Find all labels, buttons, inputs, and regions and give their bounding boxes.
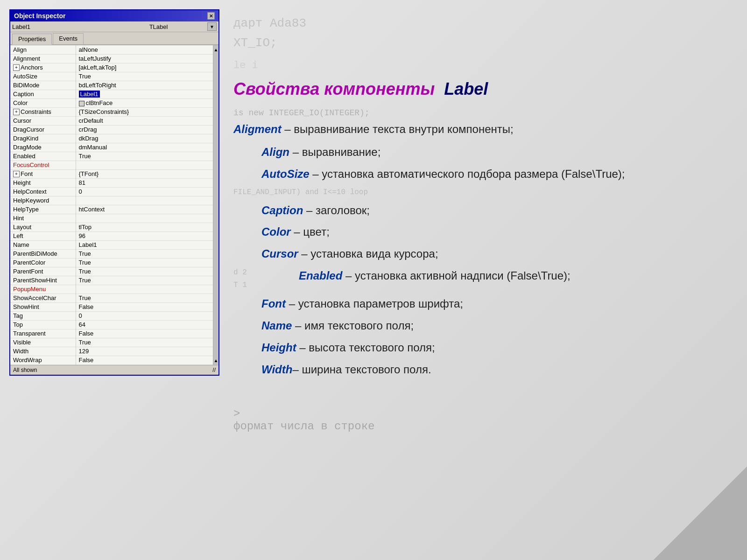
property-value: True [76,72,213,81]
table-row[interactable]: AlignalNone [10,45,213,54]
table-row[interactable]: CaptionLabel1 [10,90,213,98]
property-value: htContext [76,205,213,214]
property-name: ShowHint [10,302,76,311]
prop-name: Name [261,319,292,332]
table-row[interactable]: Height81 [10,178,213,187]
table-row[interactable]: ParentFontTrue [10,267,213,276]
property-value: True [76,338,213,347]
property-value: crDrag [76,125,213,134]
property-name: Width [10,347,76,356]
table-row[interactable]: DragKinddkDrag [10,134,213,143]
property-value: alNone [76,45,213,54]
property-name: Align [10,45,76,54]
property-name: HelpKeyword [10,196,76,205]
table-row[interactable]: +Constraints{TSizeConstraints} [10,107,213,116]
property-name: HelpType [10,205,76,214]
prop-align: Align [261,146,289,158]
table-row[interactable]: Hint [10,214,213,223]
table-row[interactable]: DragCursorcrDrag [10,125,213,134]
property-value [76,196,213,205]
table-row[interactable]: TransparentFalse [10,329,213,338]
prop-color: Color [261,225,291,238]
tab-properties[interactable]: Properties [12,34,52,45]
property-name: BiDiMode [10,81,76,90]
property-value: bdLeftToRight [76,81,213,90]
table-row[interactable]: HelpTypehtContext [10,205,213,214]
property-name: Color [10,98,76,107]
table-row[interactable]: BiDiModebdLeftToRight [10,81,213,90]
code-decoration-3: d 2T 1 [233,266,271,292]
table-row[interactable]: ShowHintFalse [10,302,213,311]
property-value: Label1 [76,240,213,249]
table-row[interactable]: ParentShowHintTrue [10,276,213,285]
title-text-part1: Свойства компоненты [233,79,435,98]
table-row[interactable]: LayouttlTop [10,223,213,231]
code-decoration-1: is new INTEGER_IO(INTEGER); [233,108,728,118]
property-value [76,161,213,169]
table-row[interactable]: ParentColorTrue [10,258,213,267]
property-name: ParentShowHint [10,276,76,285]
table-row[interactable]: +Anchors[akLeft,akTop] [10,63,213,72]
property-value: True [76,294,213,302]
property-value: True [76,267,213,276]
table-row[interactable]: CursorcrDefault [10,116,213,125]
table-row[interactable]: AlignmenttaLeftJustify [10,54,213,63]
table-row[interactable]: EnabledTrue [10,152,213,161]
up-arrow-icon [711,526,727,538]
prop-font: Font [261,297,286,310]
table-row[interactable]: ColorclBtnFace [10,98,213,107]
table-row[interactable]: Top64 [10,320,213,329]
table-row[interactable]: PopupMenu [10,285,213,294]
property-name: ParentFont [10,267,76,276]
table-row[interactable]: Width129 [10,347,213,356]
inspector-tabs: Properties Events [10,32,218,45]
property-name: AutoSize [10,72,76,81]
table-row[interactable]: FocusControl [10,161,213,169]
component-dropdown[interactable]: ▼ [207,22,217,31]
property-value: taLeftJustify [76,54,213,63]
component-selector-row: Label1 TLabel ▼ [10,21,218,32]
up-button[interactable] [705,518,733,546]
table-row[interactable]: VisibleTrue [10,338,213,347]
property-name: Transparent [10,329,76,338]
property-name: DragMode [10,143,76,152]
property-value: True [76,258,213,267]
table-row[interactable]: ParentBiDiModeTrue [10,249,213,258]
property-name: Layout [10,223,76,231]
table-row[interactable]: +Font{TFont} [10,169,213,178]
property-value: False [76,329,213,338]
close-button[interactable]: ✕ [207,12,215,20]
property-name: HelpContext [10,187,76,196]
code-decoration-2: FILE_AND_INPUT) and I<=10 loop [233,186,728,199]
prop-cursor: Cursor [261,247,298,260]
property-name: Visible [10,338,76,347]
property-name: ParentColor [10,258,76,267]
property-name: ShowAccelChar [10,294,76,302]
table-row[interactable]: Tag0 [10,311,213,320]
object-inspector-panel: Object Inspector ✕ Label1 TLabel ▼ Prope… [9,9,219,376]
table-row[interactable]: DragModedmManual [10,143,213,152]
prop-caption: Caption [261,204,303,217]
slide-title: Свойства компоненты Label [233,79,728,99]
property-value: True [76,249,213,258]
property-name: Height [10,178,76,187]
property-name: +Anchors [10,63,76,72]
table-row[interactable]: Left96 [10,231,213,240]
property-name: DragKind [10,134,76,143]
scrollbar[interactable]: ▲ ▲ [213,45,218,365]
property-value: 0 [76,311,213,320]
footer-code: > формат числа в строке [233,407,728,433]
table-row[interactable]: NameLabel1 [10,240,213,249]
table-row[interactable]: ShowAccelCharTrue [10,294,213,302]
property-value: 64 [76,320,213,329]
tab-events[interactable]: Events [53,33,84,44]
property-value: {TFont} [76,169,213,178]
table-row[interactable]: HelpContext0 [10,187,213,196]
table-row[interactable]: HelpKeyword [10,196,213,205]
footer-label: All shown [13,367,37,373]
property-value: dmManual [76,143,213,152]
table-row[interactable]: AutoSizeTrue [10,72,213,81]
property-name: Left [10,231,76,240]
property-value: [akLeft,akTop] [76,63,213,72]
table-row[interactable]: WordWrapFalse [10,356,213,364]
